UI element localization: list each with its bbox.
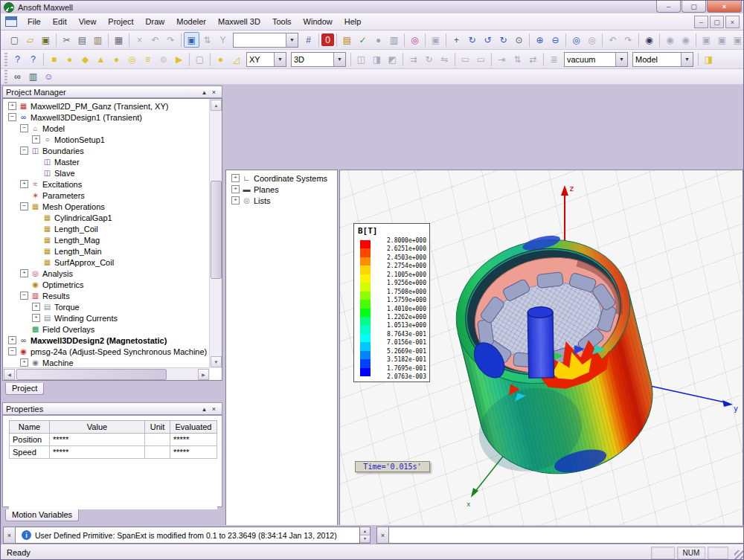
tree-item-field-overlays[interactable]: ▩Field Overlays bbox=[5, 324, 208, 335]
draw-torus-icon[interactable]: ◎ bbox=[124, 51, 140, 67]
tree-item-model[interactable]: −⌂Model bbox=[5, 123, 208, 134]
message-spinner[interactable]: ▲▼ bbox=[360, 527, 371, 544]
tree-item-maxwell2d-pm-ganz-transient-xy-[interactable]: +▦Maxwell2D_PM_Ganz (Transient, XY) bbox=[5, 100, 208, 112]
rotate-z-icon[interactable]: ↻ bbox=[496, 32, 511, 48]
expand-icon[interactable]: + bbox=[20, 358, 28, 367]
dropdown-arrow-icon[interactable]: ▼ bbox=[286, 33, 298, 47]
pan-icon[interactable]: + bbox=[449, 32, 464, 48]
draw-rectangle-icon[interactable]: ▭ bbox=[458, 51, 473, 67]
viewport-3d[interactable]: z y x bbox=[339, 170, 743, 560]
column-header-evaluated[interactable]: Evaluated bbox=[170, 421, 217, 434]
dropdown-arrow-icon[interactable]: ▼ bbox=[681, 53, 693, 66]
delete-icon[interactable]: × bbox=[132, 32, 147, 48]
collapse-icon[interactable]: − bbox=[8, 113, 16, 121]
menu-item-window[interactable]: Window bbox=[298, 16, 339, 28]
visibility-icon[interactable]: ◉ bbox=[641, 32, 657, 48]
collapse-icon[interactable]: − bbox=[8, 347, 16, 355]
expand-icon[interactable]: + bbox=[32, 314, 40, 322]
draw-plane-icon[interactable]: ◿ bbox=[228, 51, 244, 67]
toolbar-grip[interactable] bbox=[4, 70, 7, 83]
expand-icon[interactable]: + bbox=[231, 185, 240, 193]
expand-icon[interactable]: + bbox=[20, 269, 28, 277]
tree-item-analysis[interactable]: +◎Analysis bbox=[5, 268, 208, 279]
message-field-empty[interactable] bbox=[389, 527, 744, 544]
close-message-icon[interactable]: × bbox=[3, 527, 16, 544]
expand-icon[interactable]: + bbox=[8, 102, 16, 110]
tree-item-motionsetup1[interactable]: +○MotionSetup1 bbox=[5, 134, 208, 145]
expand-icon[interactable]: + bbox=[8, 336, 16, 344]
tree-item-excitations[interactable]: +≈Excitations bbox=[5, 178, 208, 190]
project-tree[interactable]: +▦Maxwell2D_PM_Ganz (Transient, XY)−∞Max… bbox=[2, 98, 222, 381]
open-region-icon[interactable]: ◨ bbox=[701, 51, 716, 67]
tab-project[interactable]: Project bbox=[5, 383, 44, 395]
collapse-icon[interactable]: − bbox=[20, 292, 28, 300]
menu-item-tools[interactable]: Tools bbox=[266, 16, 298, 28]
toolbar-grip[interactable] bbox=[4, 53, 7, 66]
menu-item-maxwell-3d[interactable]: Maxwell 3D bbox=[212, 16, 266, 28]
redo-icon[interactable]: ↷ bbox=[163, 32, 179, 48]
expand-icon[interactable]: + bbox=[32, 303, 40, 311]
scale-icon[interactable]: ⇄ bbox=[525, 51, 541, 67]
modeler-tree-panel[interactable]: +∟Coordinate Systems+▬Planes+◎Lists bbox=[225, 170, 338, 560]
rotate-x-icon[interactable]: ↺ bbox=[480, 32, 496, 48]
intersect-icon[interactable]: ◩ bbox=[385, 51, 400, 67]
rotate-icon[interactable]: ⇅ bbox=[510, 51, 525, 67]
project-manager-header[interactable]: Project Manager ▴ × bbox=[2, 86, 222, 98]
undo-icon[interactable]: ↶ bbox=[147, 32, 163, 48]
plane-combo[interactable]: XY▼ bbox=[246, 52, 286, 67]
menu-item-file[interactable]: File bbox=[22, 16, 47, 28]
fit-all-icon[interactable]: ◎ bbox=[584, 32, 600, 48]
title-bar[interactable]: Ansoft Maxwell –▢× bbox=[1, 1, 744, 13]
close-icon[interactable]: × bbox=[209, 87, 219, 97]
spinner-down-icon[interactable]: ▼ bbox=[360, 535, 370, 544]
browse-icon[interactable]: ∞ bbox=[10, 69, 25, 85]
duplicate-axis-icon[interactable]: ↻ bbox=[421, 51, 437, 67]
save-icon[interactable]: ▣ bbox=[38, 32, 54, 48]
scroll-up-icon[interactable]: ▲ bbox=[211, 100, 222, 111]
scroll-left-icon[interactable]: ◀ bbox=[4, 369, 15, 380]
material-combo[interactable]: vacuum▼ bbox=[564, 52, 628, 67]
tree-item-master[interactable]: ◫Master bbox=[5, 156, 208, 167]
move-icon[interactable]: ⇥ bbox=[494, 51, 510, 67]
maximize-button[interactable]: ▢ bbox=[682, 1, 706, 13]
mdi-close-button[interactable]: × bbox=[725, 16, 740, 28]
table-row[interactable]: Position********** bbox=[10, 434, 217, 446]
submit-job-icon[interactable]: ⇅ bbox=[199, 32, 215, 48]
hscroll-thumb[interactable] bbox=[16, 369, 167, 380]
report-icon[interactable]: ▥ bbox=[386, 32, 402, 48]
tree-item-length-main[interactable]: ▦Length_Main bbox=[5, 245, 208, 257]
show-active-view-icon[interactable]: ▣ bbox=[730, 32, 744, 48]
notes-icon[interactable]: 0 bbox=[321, 33, 334, 46]
properties-table[interactable]: NameValueUnitEvaluated Position*********… bbox=[9, 420, 217, 509]
menu-item-draw[interactable]: Draw bbox=[140, 16, 171, 28]
menu-item-modeler[interactable]: Modeler bbox=[170, 16, 212, 28]
project-tree-vscrollbar[interactable]: ▲ ▼ bbox=[209, 99, 222, 368]
print-icon[interactable]: ▦ bbox=[111, 32, 126, 48]
dropdown-arrow-icon[interactable]: ▼ bbox=[333, 53, 345, 66]
expand-icon[interactable]: + bbox=[231, 174, 240, 182]
draw-polyhedron-icon[interactable]: ◆ bbox=[77, 51, 93, 67]
draw-region-icon[interactable]: ▢ bbox=[192, 51, 208, 67]
copy-image-icon[interactable]: ▣ bbox=[428, 32, 443, 48]
zoom-dynamic-icon[interactable]: ⊙ bbox=[511, 32, 527, 48]
tree-item-optimetrics[interactable]: ◉Optimetrics bbox=[5, 279, 208, 290]
zoom-out-icon[interactable]: ⊖ bbox=[548, 32, 563, 48]
distributed-solve-icon[interactable]: Y bbox=[215, 32, 231, 48]
draw-box-icon[interactable]: ■ bbox=[46, 51, 62, 67]
minimize-button[interactable]: – bbox=[656, 1, 681, 13]
analyze-all-icon[interactable]: ▣ bbox=[184, 32, 199, 48]
context-help-icon[interactable]: ? bbox=[25, 51, 41, 67]
collapse-icon[interactable]: − bbox=[20, 147, 28, 155]
show-all-views-icon[interactable]: ▣ bbox=[699, 32, 714, 48]
unite-icon[interactable]: ◫ bbox=[353, 51, 369, 67]
tree-item-winding-currents[interactable]: +▤Winding Currents bbox=[5, 312, 208, 324]
dropdown-arrow-icon[interactable]: ▼ bbox=[615, 53, 627, 66]
tree-item-slave[interactable]: ◫Slave bbox=[5, 167, 208, 178]
cut-icon[interactable]: ✂ bbox=[59, 32, 74, 48]
motor-model[interactable] bbox=[435, 219, 668, 492]
tree-item-maxwell3ddesign1-transient-[interactable]: −∞Maxwell3DDesign1 (Transient) bbox=[5, 112, 208, 123]
tree-item-surfapprox-coil[interactable]: ▦SurfApprox_Coil bbox=[5, 257, 208, 268]
hide-all-views-icon[interactable]: ▣ bbox=[714, 32, 730, 48]
zoom-in-icon[interactable]: ⊕ bbox=[532, 32, 548, 48]
dropdown-arrow-icon[interactable]: ▼ bbox=[274, 53, 286, 66]
